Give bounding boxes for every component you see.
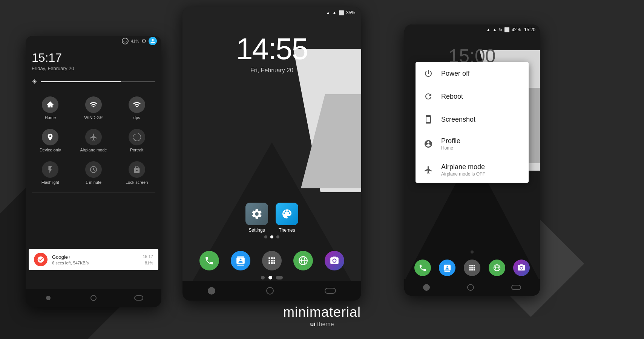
right-dot-row — [404, 247, 540, 257]
qs-timer[interactable]: 1 minute — [75, 158, 112, 188]
bottom-dot-1 — [261, 276, 265, 279]
center-status-icons: ▲ ▲ ⬜ 35% — [326, 10, 355, 15]
profile-label: Profile — [441, 137, 521, 145]
brand-sub-regular: theme — [317, 321, 334, 327]
nav-recents-left[interactable] — [134, 293, 143, 302]
profile-icon — [423, 139, 434, 149]
center-clock-area: 14:55 Fri, February 20 Settings Themes — [182, 19, 361, 301]
brightness-fill — [41, 81, 121, 82]
dock-contacts[interactable] — [231, 251, 250, 270]
dock-browser[interactable] — [293, 251, 313, 270]
airplane-sub: Airplane mode is OFF — [441, 171, 521, 177]
qs-signal[interactable]: WIND GR — [75, 93, 112, 123]
brand-name: minimaterial — [182, 304, 462, 320]
nav-home-icon — [90, 295, 97, 301]
battery-icon-center: ⬜ — [339, 10, 344, 15]
qs-airplane-icon-wrap — [85, 129, 102, 145]
notif-title-row: Google+ 15:17 — [52, 254, 153, 260]
screenshot-icon — [423, 114, 434, 125]
settings-gear-icon[interactable]: ⚙ — [141, 38, 146, 44]
profile-item[interactable]: Profile Home — [416, 131, 529, 157]
battery-right: ⬜ — [504, 27, 510, 32]
notif-sub-row: 6 secs left, 547KB/s 81% — [52, 261, 153, 265]
qs-lock[interactable]: Lock screen — [118, 158, 156, 188]
qs-airplane[interactable]: Airplane mode — [75, 126, 112, 155]
right-nav-bar — [404, 279, 540, 296]
center-bottom-dots — [261, 276, 283, 279]
airplane-content: Airplane mode Airplane mode is OFF — [441, 163, 521, 177]
sync-right: ↻ — [499, 27, 502, 32]
battery-percent-center: 35% — [346, 10, 355, 15]
qs-wifi-label: dps — [133, 115, 140, 120]
right-nav-back[interactable] — [423, 284, 430, 291]
qs-row-3: Flashlight 1 minute Lock screen — [26, 157, 161, 189]
brand-area: minimaterial ui theme — [182, 304, 462, 328]
battery-pct-right: 42% — [512, 27, 521, 32]
reboot-icon — [423, 91, 434, 102]
profile-content: Profile Home — [441, 137, 521, 151]
right-dock-contacts[interactable] — [439, 260, 455, 276]
power-menu: Power off Reboot Screenshot — [416, 62, 529, 183]
dock-camera[interactable] — [325, 251, 344, 270]
dock-apps[interactable] — [262, 251, 282, 270]
qs-home-label: Home — [45, 115, 56, 120]
center-app-settings[interactable]: Settings — [245, 203, 268, 233]
center-nav-back[interactable] — [208, 287, 215, 295]
qs-home-icon-wrap — [42, 96, 58, 113]
profile-sub: Home — [441, 145, 521, 151]
right-status-icons: ▲ ▲ ↻ ⬜ 42% 15:20 — [486, 27, 535, 32]
nav-back-left[interactable] — [44, 293, 53, 302]
qs-home[interactable]: Home — [31, 93, 69, 123]
center-app-themes[interactable]: Themes — [276, 203, 298, 233]
phone-right-screen: ▲ ▲ ↻ ⬜ 42% 15:20 15:00 — [404, 24, 540, 296]
notif-app-icon — [34, 253, 48, 266]
right-dock-phone[interactable] — [414, 260, 431, 276]
brightness-row-left[interactable]: ☀ — [26, 74, 161, 89]
nav-recents-icon — [134, 295, 143, 301]
center-nav-home[interactable] — [266, 287, 274, 295]
notif-percent: 81% — [145, 261, 153, 265]
airplane-label: Airplane mode — [441, 163, 521, 171]
notif-title: Google+ — [52, 254, 71, 260]
qs-lock-icon-wrap — [129, 161, 145, 178]
right-dock-apps[interactable] — [464, 260, 480, 276]
qs-timer-icon-wrap — [85, 161, 102, 178]
signal-right: ▲ — [492, 27, 497, 32]
airplane-mode-item[interactable]: Airplane mode Airplane mode is OFF — [416, 157, 529, 183]
status-icons-left: ◯ 41% ⚙ — [122, 37, 157, 45]
dock-phone[interactable] — [199, 251, 219, 270]
power-off-content: Power off — [441, 70, 521, 78]
notif-detail: 6 secs left, 547KB/s — [52, 261, 89, 265]
status-bar-right: ▲ ▲ ↻ ⬜ 42% 15:20 — [404, 24, 540, 35]
profile-avatar-left[interactable] — [149, 37, 157, 45]
date-left: Friday, February 20 — [32, 66, 155, 71]
nav-back-icon — [46, 296, 51, 300]
notification-card[interactable]: Google+ 15:17 6 secs left, 547KB/s 81% — [29, 249, 158, 270]
notification-header-left: 15:17 Friday, February 20 — [26, 46, 161, 74]
qs-wifi[interactable]: dps — [118, 93, 156, 123]
right-dock-browser[interactable] — [489, 260, 505, 276]
qs-timer-label: 1 minute — [86, 180, 101, 185]
power-off-item[interactable]: Power off — [416, 62, 529, 85]
airplane-mode-icon — [423, 165, 434, 175]
right-nav-home[interactable] — [467, 284, 474, 291]
qs-flashlight[interactable]: Flashlight — [31, 158, 69, 188]
brightness-bar[interactable] — [41, 81, 155, 82]
wifi-icon-center: ▲ — [326, 10, 330, 15]
right-page-dot — [471, 250, 474, 253]
qs-rotate[interactable]: Portrait — [118, 126, 156, 155]
phone-center: ▲ ▲ ⬜ 35% 14:55 Fri, February 20 — [182, 7, 361, 301]
qs-signal-label: WIND GR — [84, 115, 103, 120]
nav-home-left[interactable] — [89, 293, 98, 302]
phone-right: ▲ ▲ ↻ ⬜ 42% 15:20 15:00 — [404, 24, 540, 296]
right-nav-recents[interactable] — [511, 285, 521, 290]
qs-location[interactable]: Device only — [31, 126, 69, 155]
wifi-right: ▲ — [486, 27, 491, 32]
phone-center-screen: ▲ ▲ ⬜ 35% 14:55 Fri, February 20 — [182, 7, 361, 301]
screenshot-item[interactable]: Screenshot — [416, 108, 529, 131]
center-time: 14:55 — [236, 34, 308, 64]
right-dock-camera[interactable] — [513, 260, 530, 276]
center-nav-recents[interactable] — [325, 288, 336, 294]
brand-subtitle: ui theme — [182, 321, 462, 328]
reboot-item[interactable]: Reboot — [416, 85, 529, 108]
